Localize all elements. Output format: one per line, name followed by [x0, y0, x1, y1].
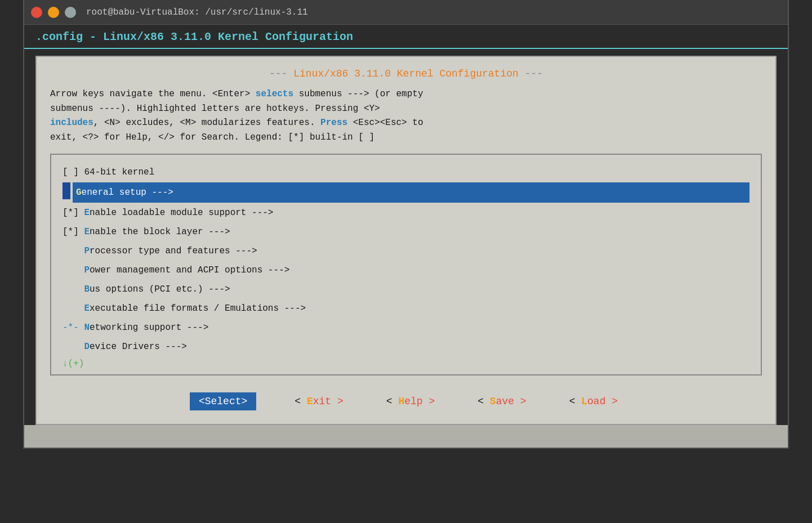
help-line1: Arrow keys navigate the menu. <Enter> se… [50, 87, 762, 102]
selected-marker [63, 182, 70, 199]
menu-item-power[interactable]: Power management and ACPI options ---> [63, 261, 749, 280]
press-highlight: Press [320, 118, 347, 128]
button-bar: <Select> < Exit > < Help > < Save > < Lo… [50, 383, 762, 415]
help-line4: exit, <?> for Help, </> for Search. Lege… [50, 131, 762, 145]
subtitle-bar: .config - Linux/x86 3.11.0 Kernel Config… [24, 25, 788, 48]
window-title: root@babu-VirtualBox: /usr/src/linux-3.1… [86, 7, 308, 17]
menu-item-loadable-module[interactable]: [*] Enable loadable module support ---> [63, 203, 749, 222]
teal-divider [24, 48, 788, 49]
help-hotkey: H [398, 396, 404, 407]
titlebar: root@babu-VirtualBox: /usr/src/linux-3.1… [24, 0, 788, 25]
config-title-text: Linux/x86 3.11.0 Kernel Configuration [293, 68, 519, 79]
help-line2: submenus ----). Highlighted letters are … [50, 102, 762, 117]
save-button[interactable]: < Save > [473, 394, 530, 409]
save-hotkey: S [490, 396, 496, 407]
menu-box: [ ] 64-bit kernel General setup ---> [*]… [50, 154, 762, 376]
bottom-strip [24, 425, 788, 448]
maximize-button[interactable] [65, 7, 76, 18]
minimize-button[interactable] [48, 7, 59, 18]
close-button[interactable] [31, 7, 42, 18]
menu-item-64bit[interactable]: [ ] 64-bit kernel [63, 163, 749, 182]
terminal-body: .config - Linux/x86 3.11.0 Kernel Config… [24, 25, 788, 448]
help-text: Arrow keys navigate the menu. <Enter> se… [50, 87, 762, 145]
exit-button[interactable]: < Exit > [290, 394, 347, 409]
help-button[interactable]: < Help > [382, 394, 439, 409]
title-dashes-left: --- [269, 68, 293, 79]
config-title: --- Linux/x86 3.11.0 Kernel Configuratio… [50, 68, 762, 79]
selects-highlight: selects [256, 89, 293, 99]
menu-item-networking[interactable]: -*- Networking support ---> [63, 318, 749, 337]
title-dashes-right: --- [525, 68, 543, 79]
subtitle-text: .config - Linux/x86 3.11.0 Kernel Config… [35, 30, 777, 43]
select-button[interactable]: <Select> [190, 392, 256, 410]
terminal-window: root@babu-VirtualBox: /usr/src/linux-3.1… [23, 0, 789, 449]
select-label: <Select> [199, 396, 247, 407]
load-button[interactable]: < Load > [565, 394, 622, 409]
content-box: --- Linux/x86 3.11.0 Kernel Configuratio… [35, 56, 777, 425]
networking-hotkey: N [84, 323, 90, 333]
processor-hotkey: P [84, 246, 90, 256]
exit-hotkey: E [307, 396, 313, 407]
menu-item-executable[interactable]: Executable file formats / Emulations ---… [63, 299, 749, 318]
power-hotkey: P [84, 265, 90, 275]
menu-item-general-setup[interactable]: General setup ---> [63, 182, 749, 203]
bus-hotkey: B [84, 284, 90, 294]
block-hotkey: E [84, 227, 90, 237]
loadable-hotkey: E [84, 208, 90, 218]
menu-item-block-layer[interactable]: [*] Enable the block layer ---> [63, 222, 749, 242]
scroll-indicator: ↓(+) [63, 359, 749, 369]
executable-hotkey: E [84, 303, 90, 314]
menu-item-processor[interactable]: Processor type and features ---> [63, 242, 749, 261]
device-hotkey: D [84, 342, 90, 352]
load-hotkey: L [581, 396, 587, 407]
selected-item-text: General setup ---> [73, 182, 749, 203]
includes-highlight: includes [50, 118, 93, 128]
menu-item-bus[interactable]: Bus options (PCI etc.) ---> [63, 280, 749, 299]
general-setup-hotkey: G [76, 187, 82, 198]
menu-item-device-drivers[interactable]: Device Drivers ---> [63, 337, 749, 356]
help-line3: includes, <N> excludes, <M> modularizes … [50, 116, 762, 131]
